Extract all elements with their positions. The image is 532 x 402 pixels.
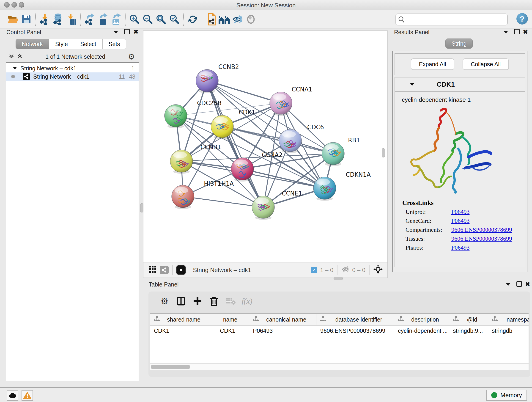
network-canvas[interactable]: CCNB2CCNA1CDC25BCDK1CDC6RB1CCNB1CCNA2CDK…: [143, 31, 388, 262]
column-header-@id[interactable]: @id: [449, 314, 488, 325]
zoom-out-icon[interactable]: [141, 13, 154, 26]
network-node-CDKN1A[interactable]: CDKN1A: [313, 171, 371, 201]
network-row[interactable]: String Network – cdk1 11 48: [6, 72, 139, 81]
selected-checkbox-icon[interactable]: ✓: [311, 267, 317, 273]
tab-style[interactable]: Style: [49, 39, 74, 49]
network-node-RB1[interactable]: RB1: [322, 137, 360, 166]
table-horizontal-scrollbar[interactable]: [150, 364, 529, 370]
table-cell[interactable]: CDK1: [150, 327, 210, 334]
results-panel-menu-icon[interactable]: [503, 30, 509, 35]
crosslink-link[interactable]: P06493: [451, 217, 469, 224]
save-session-icon[interactable]: [20, 13, 33, 26]
birds-eye-view-icon[interactable]: [177, 265, 186, 274]
gene-expander-icon[interactable]: [410, 83, 415, 86]
collapse-all-button[interactable]: Collapse All: [462, 58, 509, 70]
network-share-icon[interactable]: [160, 266, 169, 274]
network-node-HIST1H1A[interactable]: HIST1H1A: [172, 180, 234, 209]
zoom-fit-icon[interactable]: [154, 13, 168, 26]
table-panel-menu-icon[interactable]: [505, 283, 511, 287]
collection-count: 1: [125, 65, 134, 72]
houses-icon[interactable]: [218, 13, 231, 26]
import-network-database-icon[interactable]: [51, 13, 65, 26]
protein-structure-image: [404, 105, 503, 197]
column-header-description[interactable]: description: [394, 314, 449, 325]
results-panel-close-icon[interactable]: ✖: [523, 29, 528, 35]
scrollbar-thumb[interactable]: [151, 365, 190, 369]
add-column-icon[interactable]: [189, 294, 206, 308]
expand-all-button[interactable]: Expand All: [411, 58, 454, 70]
crosslink-row: Pharos:P06493: [405, 244, 525, 251]
network-node-label: CCNB1: [201, 144, 221, 151]
table-cell[interactable]: 9606.ENSP00000378699: [317, 327, 394, 334]
network-status-dot-icon: [11, 75, 15, 78]
warnings-button[interactable]: [22, 390, 33, 401]
column-header-canonical-name[interactable]: canonical name: [249, 314, 317, 325]
horizontal-splitter-handle[interactable]: [334, 277, 343, 280]
table-cell[interactable]: stringdb:9...: [449, 327, 488, 334]
tab-sets[interactable]: Sets: [102, 39, 126, 49]
table-cell[interactable]: CDK1: [210, 327, 249, 334]
help-icon[interactable]: ?: [516, 13, 528, 25]
results-panel-float-icon[interactable]: [514, 29, 520, 34]
control-panel-close-icon[interactable]: ✖: [133, 29, 138, 35]
network-selected-status: 1 of 1 Network selected: [23, 53, 128, 60]
import-table-icon[interactable]: [65, 13, 78, 26]
network-edge-CCNE1-HIST1H1A[interactable]: [183, 196, 263, 207]
network-collection-row[interactable]: String Network – cdk1 1: [6, 64, 139, 72]
function-builder-icon[interactable]: f(x): [239, 294, 255, 308]
table-cell[interactable]: P06493: [249, 327, 317, 334]
network-node-label: RB1: [348, 137, 360, 144]
crosslink-link[interactable]: 9606.ENSP00000378699: [451, 226, 512, 233]
column-header-shared-name[interactable]: shared name: [150, 314, 210, 325]
gene-header-row[interactable]: CDK1: [395, 77, 525, 92]
collapse-all-tree-icon[interactable]: [8, 53, 14, 60]
refresh-layout-icon[interactable]: [186, 13, 199, 26]
show-columns-icon[interactable]: [173, 294, 189, 308]
open-session-icon[interactable]: [6, 13, 20, 26]
column-header-namespace[interactable]: namespace: [488, 314, 529, 325]
delete-table-icon[interactable]: [222, 294, 239, 308]
export-image-icon[interactable]: [109, 13, 123, 26]
crosslink-link[interactable]: P06493: [451, 244, 469, 251]
control-panel: Control Panel ✖ NetworkStyleSelectSets 1…: [2, 29, 142, 382]
tab-select[interactable]: Select: [74, 39, 102, 49]
network-node-CCNA1[interactable]: CCNA1: [270, 86, 312, 116]
left-splitter-handle[interactable]: [140, 203, 143, 212]
import-network-file-icon[interactable]: [38, 13, 51, 26]
grid-view-icon[interactable]: [148, 265, 157, 275]
network-node-CCNE1[interactable]: CCNE1: [252, 190, 302, 220]
hide-selected-icon[interactable]: [231, 13, 244, 26]
table-settings-gear-icon[interactable]: ⚙: [156, 294, 173, 308]
crosslink-link[interactable]: P06493: [451, 209, 469, 216]
zoom-selected-icon[interactable]: [168, 13, 181, 26]
export-table-icon[interactable]: [96, 13, 109, 26]
pan-crosshair-icon[interactable]: [373, 264, 383, 276]
share-document-icon[interactable]: [204, 13, 218, 26]
control-panel-menu-icon[interactable]: [113, 30, 119, 35]
table-panel-close-icon[interactable]: ✖: [525, 281, 530, 287]
crosslink-link[interactable]: 9606.ENSP00000378699: [451, 235, 512, 242]
column-header-database-identifier[interactable]: database identifier: [317, 314, 394, 325]
tree-expander-icon[interactable]: [13, 67, 17, 70]
column-type-tree-icon: [154, 316, 160, 323]
memory-button[interactable]: Memory: [486, 390, 527, 401]
application-window: Session: New Session: [0, 0, 532, 402]
network-edge-count: 48: [125, 73, 135, 80]
delete-column-icon[interactable]: [206, 294, 222, 308]
right-splitter-handle[interactable]: [382, 148, 385, 157]
table-panel-float-icon[interactable]: [516, 281, 522, 287]
export-network-icon[interactable]: [83, 13, 96, 26]
tab-string[interactable]: String: [445, 38, 473, 49]
cloud-button[interactable]: [7, 390, 18, 401]
search-input[interactable]: [406, 15, 507, 24]
column-header-name[interactable]: name: [210, 314, 249, 325]
network-options-gear-icon[interactable]: ⚙: [128, 52, 135, 61]
expand-all-tree-icon[interactable]: [17, 53, 23, 60]
control-panel-float-icon[interactable]: [124, 29, 130, 34]
show-all-icon[interactable]: [244, 13, 258, 26]
zoom-in-icon[interactable]: [128, 13, 141, 26]
tab-network[interactable]: Network: [16, 39, 49, 49]
crosslink-row: Uniprot:P06493: [405, 209, 525, 216]
table-cell[interactable]: stringdb: [488, 327, 529, 334]
table-cell[interactable]: cyclin-dependent ...: [394, 327, 449, 334]
